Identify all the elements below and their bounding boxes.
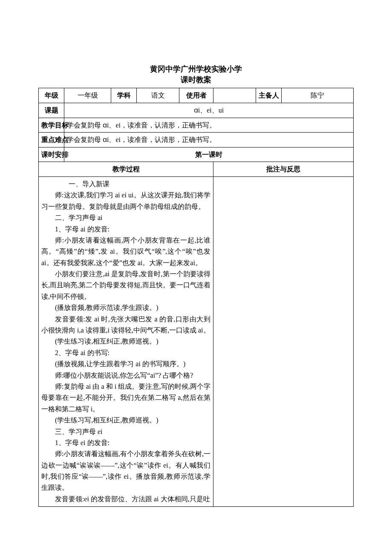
process-line: 1、字母 ei 的发音: bbox=[41, 437, 210, 448]
process-line: 师:这次课,我们学习 ai ei ui。从这次课开始,我们将学习一些复韵母。复韵… bbox=[41, 190, 210, 212]
doc-title: 黄冈中学广州学校实验小学 课时教案 bbox=[38, 64, 354, 85]
grade-value: 一年级 bbox=[64, 88, 111, 103]
process-header: 教学过程 bbox=[39, 162, 213, 177]
process-line: 2、字母 ai 的书写: bbox=[41, 347, 210, 358]
process-line: 发音要领:发 ai 时,先张大嘴巴发 a 的音,口形由大到小很快滑向 i,a 读… bbox=[41, 314, 210, 336]
process-line: 师:小朋友请看这幅画,两个小朋友背靠在一起,比谁高。“高矮”的“矮”,发 ai。… bbox=[41, 235, 210, 269]
table-row: 课时安排 第一课时 bbox=[39, 147, 354, 162]
process-line: 一、导入新课 bbox=[41, 179, 210, 190]
table-row: 教学过程 批注与反思 bbox=[39, 162, 354, 177]
process-line: (学生练习写,相互纠正,教师巡视。) bbox=[41, 415, 210, 426]
table-row: 课题 ɑi、ei、ui bbox=[39, 103, 354, 118]
table-row: 教学目标 学会复韵母 ɑi、ei，读准音，认清形，正确书写。 bbox=[39, 118, 354, 133]
table-row: 年级 一年级 学科 语文 使用者 主备人 陈宁 bbox=[39, 88, 354, 103]
topic-value: ɑi、ei、ui bbox=[64, 103, 354, 118]
keypoints-value: 学会复韵母 ɑi、ei，读准音，认清形，正确书写。 bbox=[64, 133, 354, 147]
process-line: 发音要领:ei 的发音部位、方法跟 ai 大体相同,只是吐 bbox=[41, 494, 210, 505]
process-line: (播放音频,教师示范读,学生跟读。) bbox=[41, 302, 210, 313]
process-line: 师:小朋友请看这幅画,有个小朋友拿着斧头在砍树,一边砍一边喊“诶诶诶——”,这个… bbox=[41, 448, 210, 494]
doc-type: 课时教案 bbox=[38, 75, 354, 85]
process-line: (播放视频,让学生跟着学习 ai 的书写顺序。) bbox=[41, 358, 210, 370]
user-value bbox=[213, 88, 256, 103]
lesson-table: 年级 一年级 学科 语文 使用者 主备人 陈宁 课题 ɑi、ei、ui 教学目标… bbox=[38, 88, 354, 507]
process-line: 小朋友们要注意,ai 是复韵母,发音时,第一个韵要读得长,而且响亮,第二个韵母要… bbox=[41, 269, 210, 302]
author-label: 主备人 bbox=[256, 88, 282, 103]
process-line: 三、学习声母 ei bbox=[41, 426, 210, 437]
subject-label: 学科 bbox=[111, 88, 137, 103]
table-row: 重点难点 学会复韵母 ɑi、ei，读准音，认清形，正确书写。 bbox=[39, 133, 354, 147]
user-label: 使用者 bbox=[179, 88, 213, 103]
process-content: 一、导入新课 师:这次课,我们学习 ai ei ui。从这次课开始,我们将学习一… bbox=[39, 176, 213, 506]
process-line: 师:复韵母 ai 由 a 和 i 组成。要注意,写的时候,两个字母要靠在一起,不… bbox=[41, 381, 210, 415]
schedule-value: 第一课时 bbox=[64, 147, 354, 162]
notes-header: 批注与反思 bbox=[213, 162, 354, 177]
schedule-label: 课时安排 bbox=[39, 147, 64, 162]
goals-label: 教学目标 bbox=[39, 118, 64, 133]
process-line: (学生练习读,相互纠正,教师巡视。) bbox=[41, 336, 210, 347]
table-row: 一、导入新课 师:这次课,我们学习 ai ei ui。从这次课开始,我们将学习一… bbox=[39, 176, 354, 506]
subject-value: 语文 bbox=[137, 88, 179, 103]
process-line: 二、学习声母 ai bbox=[41, 212, 210, 223]
keypoints-label: 重点难点 bbox=[39, 133, 64, 147]
school-name: 黄冈中学广州学校实验小学 bbox=[38, 64, 354, 75]
goals-value: 学会复韵母 ɑi、ei，读准音，认清形，正确书写。 bbox=[64, 118, 354, 133]
grade-label: 年级 bbox=[39, 88, 64, 103]
author-value: 陈宁 bbox=[282, 88, 354, 103]
process-line: 师:哪位小朋友能说说,你怎么写“ai”? 占哪个格? bbox=[41, 370, 210, 381]
topic-label: 课题 bbox=[39, 103, 64, 118]
notes-content bbox=[213, 176, 354, 506]
process-line: 1、字母 ai 的发音: bbox=[41, 224, 210, 235]
